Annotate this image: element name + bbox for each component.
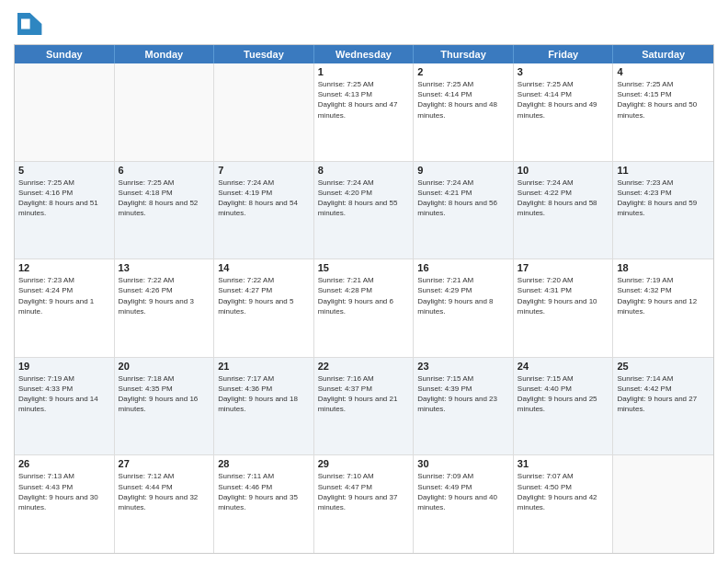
day-info: Sunrise: 7:25 AM Sunset: 4:16 PM Dayligh… [18,178,110,219]
day-number: 27 [119,458,210,469]
day-info: Sunrise: 7:25 AM Sunset: 4:14 PM Dayligh… [518,79,609,121]
calendar-cell: 7Sunrise: 7:24 AM Sunset: 4:19 PM Daylig… [214,162,314,259]
day-info: Sunrise: 7:15 AM Sunset: 4:39 PM Dayligh… [417,373,509,415]
calendar-cell: 17Sunrise: 7:20 AM Sunset: 4:31 PM Dayli… [514,259,614,357]
day-info: Sunrise: 7:19 AM Sunset: 4:33 PM Dayligh… [18,373,110,415]
calendar-cell: 1Sunrise: 7:25 AM Sunset: 4:13 PM Daylig… [314,63,415,161]
calendar-week-4: 19Sunrise: 7:19 AM Sunset: 4:33 PM Dayli… [15,358,713,456]
calendar-cell: 5Sunrise: 7:25 AM Sunset: 4:16 PM Daylig… [15,162,115,259]
day-number: 13 [119,262,210,273]
day-number: 28 [218,458,310,469]
calendar-cell: 9Sunrise: 7:24 AM Sunset: 4:21 PM Daylig… [414,162,514,259]
calendar-header: SundayMondayTuesdayWednesdayThursdayFrid… [15,45,713,63]
calendar-cell: 12Sunrise: 7:23 AM Sunset: 4:24 PM Dayli… [15,259,115,357]
calendar-cell [613,455,713,553]
calendar-cell: 18Sunrise: 7:19 AM Sunset: 4:32 PM Dayli… [613,259,713,357]
calendar-cell: 19Sunrise: 7:19 AM Sunset: 4:33 PM Dayli… [15,358,115,455]
day-number: 15 [318,262,410,273]
day-number: 11 [617,165,710,176]
calendar-cell [15,63,115,161]
day-info: Sunrise: 7:23 AM Sunset: 4:24 PM Dayligh… [18,275,110,316]
calendar-cell: 21Sunrise: 7:17 AM Sunset: 4:36 PM Dayli… [214,358,314,455]
day-info: Sunrise: 7:18 AM Sunset: 4:35 PM Dayligh… [119,373,210,415]
logo-icon [14,9,43,39]
day-number: 4 [617,66,710,77]
day-number: 2 [417,66,509,77]
day-number: 5 [18,165,110,176]
day-number: 25 [617,361,710,372]
calendar-cell: 14Sunrise: 7:22 AM Sunset: 4:27 PM Dayli… [214,259,314,357]
calendar-cell: 29Sunrise: 7:10 AM Sunset: 4:47 PM Dayli… [314,455,415,553]
day-number: 29 [318,458,410,469]
calendar-cell: 10Sunrise: 7:24 AM Sunset: 4:22 PM Dayli… [514,162,614,259]
day-number: 16 [417,262,509,273]
calendar-cell: 28Sunrise: 7:11 AM Sunset: 4:46 PM Dayli… [214,455,314,553]
day-number: 8 [318,165,410,176]
day-info: Sunrise: 7:11 AM Sunset: 4:46 PM Dayligh… [218,471,310,512]
calendar-week-2: 5Sunrise: 7:25 AM Sunset: 4:16 PM Daylig… [15,162,713,260]
calendar-cell: 23Sunrise: 7:15 AM Sunset: 4:39 PM Dayli… [414,358,514,455]
calendar-cell [115,63,215,161]
day-info: Sunrise: 7:20 AM Sunset: 4:31 PM Dayligh… [518,275,609,316]
day-info: Sunrise: 7:14 AM Sunset: 4:42 PM Dayligh… [617,373,710,415]
day-number: 22 [318,361,410,372]
day-number: 14 [218,262,310,273]
calendar-cell: 2Sunrise: 7:25 AM Sunset: 4:14 PM Daylig… [414,63,514,161]
day-info: Sunrise: 7:23 AM Sunset: 4:23 PM Dayligh… [617,178,710,219]
day-info: Sunrise: 7:12 AM Sunset: 4:44 PM Dayligh… [119,471,210,512]
day-number: 30 [417,458,509,469]
day-info: Sunrise: 7:10 AM Sunset: 4:47 PM Dayligh… [318,471,410,512]
day-number: 19 [18,361,110,372]
day-header-monday: Monday [115,45,215,63]
calendar-cell: 20Sunrise: 7:18 AM Sunset: 4:35 PM Dayli… [115,358,215,455]
day-number: 9 [417,165,509,176]
day-number: 31 [518,458,609,469]
calendar-week-5: 26Sunrise: 7:13 AM Sunset: 4:43 PM Dayli… [15,455,713,553]
day-info: Sunrise: 7:25 AM Sunset: 4:14 PM Dayligh… [417,79,509,121]
calendar-cell: 3Sunrise: 7:25 AM Sunset: 4:14 PM Daylig… [514,63,614,161]
day-header-friday: Friday [514,45,614,63]
day-info: Sunrise: 7:21 AM Sunset: 4:29 PM Dayligh… [417,275,509,316]
calendar-cell: 27Sunrise: 7:12 AM Sunset: 4:44 PM Dayli… [115,455,215,553]
calendar-cell: 11Sunrise: 7:23 AM Sunset: 4:23 PM Dayli… [613,162,713,259]
day-number: 17 [518,262,609,273]
page: SundayMondayTuesdayWednesdayThursdayFrid… [0,0,728,563]
day-info: Sunrise: 7:09 AM Sunset: 4:49 PM Dayligh… [417,471,509,512]
day-info: Sunrise: 7:13 AM Sunset: 4:43 PM Dayligh… [18,471,110,512]
day-info: Sunrise: 7:19 AM Sunset: 4:32 PM Dayligh… [617,275,710,316]
day-number: 3 [518,66,609,77]
day-number: 10 [518,165,609,176]
calendar-cell [214,63,314,161]
day-number: 26 [18,458,110,469]
calendar-cell: 15Sunrise: 7:21 AM Sunset: 4:28 PM Dayli… [314,259,415,357]
day-number: 21 [218,361,310,372]
calendar-cell: 24Sunrise: 7:15 AM Sunset: 4:40 PM Dayli… [514,358,614,455]
header [14,9,714,39]
calendar-cell: 25Sunrise: 7:14 AM Sunset: 4:42 PM Dayli… [613,358,713,455]
day-info: Sunrise: 7:17 AM Sunset: 4:36 PM Dayligh… [218,373,310,415]
day-info: Sunrise: 7:25 AM Sunset: 4:15 PM Dayligh… [617,79,710,121]
calendar-cell: 26Sunrise: 7:13 AM Sunset: 4:43 PM Dayli… [15,455,115,553]
calendar: SundayMondayTuesdayWednesdayThursdayFrid… [14,44,714,554]
calendar-cell: 8Sunrise: 7:24 AM Sunset: 4:20 PM Daylig… [314,162,415,259]
day-info: Sunrise: 7:15 AM Sunset: 4:40 PM Dayligh… [518,373,609,415]
day-info: Sunrise: 7:22 AM Sunset: 4:26 PM Dayligh… [119,275,210,316]
day-number: 20 [119,361,210,372]
day-info: Sunrise: 7:07 AM Sunset: 4:50 PM Dayligh… [518,471,609,512]
calendar-cell: 4Sunrise: 7:25 AM Sunset: 4:15 PM Daylig… [613,63,713,161]
day-info: Sunrise: 7:21 AM Sunset: 4:28 PM Dayligh… [318,275,410,316]
calendar-cell: 16Sunrise: 7:21 AM Sunset: 4:29 PM Dayli… [414,259,514,357]
day-info: Sunrise: 7:24 AM Sunset: 4:21 PM Dayligh… [417,178,509,219]
day-header-saturday: Saturday [613,45,713,63]
day-header-wednesday: Wednesday [314,45,415,63]
day-number: 12 [18,262,110,273]
calendar-cell: 13Sunrise: 7:22 AM Sunset: 4:26 PM Dayli… [115,259,215,357]
day-number: 1 [318,66,410,77]
day-number: 23 [417,361,509,372]
day-header-tuesday: Tuesday [214,45,314,63]
day-number: 7 [218,165,310,176]
day-number: 18 [617,262,710,273]
calendar-week-3: 12Sunrise: 7:23 AM Sunset: 4:24 PM Dayli… [15,259,713,358]
calendar-week-1: 1Sunrise: 7:25 AM Sunset: 4:13 PM Daylig… [15,63,713,162]
calendar-cell: 30Sunrise: 7:09 AM Sunset: 4:49 PM Dayli… [414,455,514,553]
